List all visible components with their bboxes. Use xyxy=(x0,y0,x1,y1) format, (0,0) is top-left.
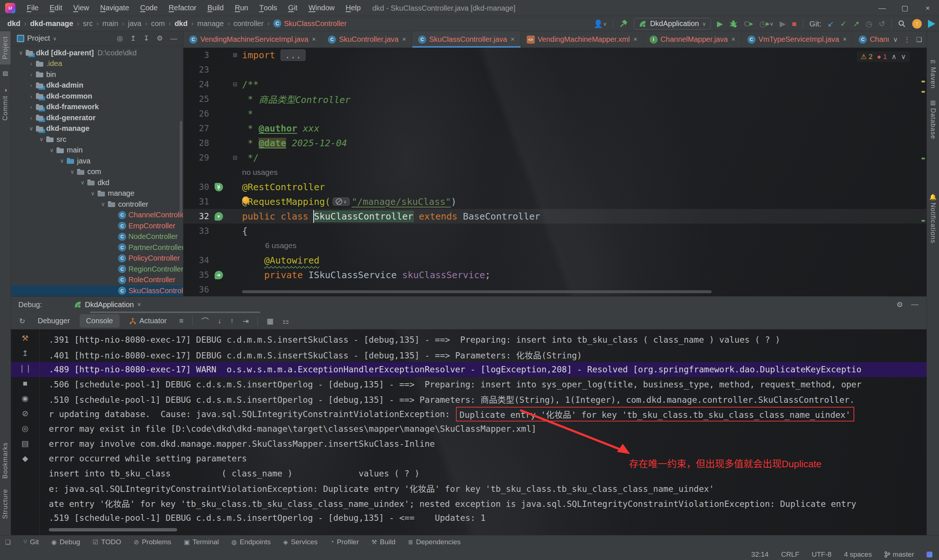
tree-chevron-icon[interactable]: ∨ xyxy=(47,147,57,154)
close-tab-icon[interactable]: × xyxy=(402,35,406,43)
console-line[interactable]: .506 [schedule-pool-1] DEBUG c.d.s.m.S.i… xyxy=(11,377,927,392)
tab-console[interactable]: Console xyxy=(80,314,120,328)
toolwindow-tab-services[interactable]: ◈Services xyxy=(283,538,318,546)
tree-item-skuclasscontroller[interactable]: CSkuClassController xyxy=(11,286,183,297)
show-execution-point-icon[interactable]: ↥ xyxy=(19,348,32,358)
rerun-icon[interactable]: ↻ xyxy=(16,317,28,325)
tree-chevron-icon[interactable]: › xyxy=(26,60,36,67)
fold-marker[interactable]: ⊞ xyxy=(228,52,242,58)
tree-item-main[interactable]: ∨main xyxy=(11,145,183,156)
spring-bean-icon[interactable]: ➜ xyxy=(214,271,223,279)
tree-item-controller[interactable]: ∨controller xyxy=(11,199,183,210)
pause-icon[interactable]: ❘❘ xyxy=(19,363,32,374)
code-line-28[interactable]: 28 * @date 2025-12-04 xyxy=(183,135,927,150)
locate-file-icon[interactable]: ◎ xyxy=(115,34,125,43)
console-line[interactable]: e: java.sql.SQLIntegrityConstraintViolat… xyxy=(11,481,927,496)
debug-session-tab[interactable]: DkdApplication × xyxy=(71,297,143,312)
menu-edit[interactable]: Edit xyxy=(44,0,68,16)
tool-stripe-bookmarks[interactable]: Bookmarks xyxy=(2,437,9,484)
status-notification-icon[interactable] xyxy=(927,552,933,557)
tree-chevron-icon[interactable]: › xyxy=(26,115,36,121)
toolwindow-tab-dependencies[interactable]: ≣Dependencies xyxy=(408,538,461,546)
split-editor-icon[interactable]: ❏ xyxy=(916,35,922,44)
editor-tab-vendingmachineserviceimpl-java[interactable]: CVendingMachineServiceImpl.java× xyxy=(183,31,322,48)
step-over-icon[interactable]: ⌒ xyxy=(199,315,212,326)
code-line-35[interactable]: 35➜ private ISkuClassService skuClassSer… xyxy=(183,268,927,282)
breadcrumb-item[interactable]: dkd xyxy=(174,19,188,28)
minimize-icon[interactable]: — xyxy=(871,0,894,16)
close-tab-icon[interactable]: × xyxy=(731,35,735,43)
tree-item-rolecontroller[interactable]: CRoleController xyxy=(11,274,183,286)
toolwindow-tab-debug[interactable]: ◉Debug xyxy=(51,538,80,546)
tree-item-dkd-common[interactable]: ›dkd-common xyxy=(11,91,183,102)
breadcrumb-item-current[interactable]: CSkuClassController xyxy=(273,19,347,28)
code-with-me-icon[interactable]: 👤∨ xyxy=(594,19,607,28)
tree-chevron-icon[interactable]: ∨ xyxy=(37,136,46,143)
tree-chevron-icon[interactable]: ∨ xyxy=(78,179,87,186)
toolwindow-tab-terminal[interactable]: ▣Terminal xyxy=(184,538,219,546)
debug-button[interactable] xyxy=(729,19,738,28)
console-line[interactable]: error may involve com.dkd.manage.mapper.… xyxy=(11,437,927,452)
tree-item-empcontroller[interactable]: CEmpController xyxy=(11,221,183,232)
ide-services-icon[interactable] xyxy=(928,20,935,28)
editor-tab-vmtypeserviceimpl-java[interactable]: CVmTypeServiceImpl.java× xyxy=(742,31,853,48)
tree-item-channelcontroller[interactable]: CChannelController xyxy=(11,210,183,221)
code-line-30[interactable]: 30≫@RestController xyxy=(183,180,927,194)
line-separator[interactable]: CRLF xyxy=(781,551,799,558)
menu-tools[interactable]: Tools xyxy=(254,0,283,16)
caret-position[interactable]: 32:14 xyxy=(751,551,769,558)
tool-stripe-notifications[interactable]: 🔔 Notifications xyxy=(929,188,937,248)
layout-menu-icon[interactable]: ≡ xyxy=(176,317,187,325)
tab-actuator[interactable]: Actuator xyxy=(122,314,173,328)
tree-item-com[interactable]: ∨com xyxy=(11,166,183,177)
breadcrumb-item[interactable]: java xyxy=(128,19,142,28)
tree-scrollbar[interactable] xyxy=(180,121,182,214)
tree-item-partnercontroller[interactable]: CPartnerController xyxy=(11,242,183,253)
tree-item-bin[interactable]: ›bin xyxy=(11,69,183,80)
stop-icon[interactable]: ■ xyxy=(19,378,32,388)
run-config-selector[interactable]: DkdApplication ∨ xyxy=(634,18,711,30)
settings-layout-icon[interactable]: ⚏ xyxy=(279,317,292,325)
hide-panel-icon[interactable]: — xyxy=(168,34,179,43)
tree-item-policycontroller[interactable]: CPolicyController xyxy=(11,253,183,264)
menu-code[interactable]: Code xyxy=(135,0,163,16)
inlay-hint-label[interactable]: 6 usages xyxy=(265,241,296,250)
console-line[interactable]: .401 [http-nio-8080-exec-17] DEBUG c.d.m… xyxy=(11,348,927,363)
gear-icon[interactable]: ⚙ xyxy=(154,34,165,43)
tree-item-dkd-dkd-parent-[interactable]: ∨dkd [dkd-parent]D:\code\dkd xyxy=(11,48,183,58)
indent-setting[interactable]: 4 spaces xyxy=(844,551,872,558)
wrench-icon[interactable]: ⚒ xyxy=(19,333,32,343)
project-panel-title[interactable]: Project xyxy=(27,34,50,43)
intention-bulb-icon[interactable] xyxy=(242,197,250,204)
menu-file[interactable]: File xyxy=(21,0,44,16)
step-out-icon[interactable]: ↑ xyxy=(227,317,237,325)
tree-item-dkd-generator[interactable]: ›dkd-generator xyxy=(11,112,183,123)
editor-hscrollbar[interactable] xyxy=(242,290,712,293)
run-button[interactable]: ▶ xyxy=(717,19,723,28)
editor-tab-skucontroller-java[interactable]: CSkuController.java× xyxy=(322,31,412,48)
tree-item-manage[interactable]: ∨manage xyxy=(11,188,183,199)
step-into-icon[interactable]: ↓ xyxy=(214,317,224,325)
pin-icon[interactable]: ◆ xyxy=(19,453,32,464)
profiler-button[interactable]: ◷▶∨ xyxy=(759,19,774,28)
editor-content[interactable]: ⚠ 2 ● 1 ∧ ∨ 3⊞import ...2324⊟/**25 * 商品类… xyxy=(183,48,927,296)
menu-refactor[interactable]: Refactor xyxy=(163,0,202,16)
tree-item-regioncontroller[interactable]: CRegionController xyxy=(11,264,183,275)
breadcrumb-item[interactable]: manage xyxy=(197,19,224,28)
menu-run[interactable]: Run xyxy=(229,0,254,16)
mute-breakpoints-icon[interactable]: ⊘ xyxy=(19,408,32,418)
tree-item-dkd-admin[interactable]: ›dkd-admin xyxy=(11,80,183,91)
build-hammer-icon[interactable] xyxy=(620,20,628,28)
close-icon[interactable]: × xyxy=(137,301,141,309)
editor-tab-skuclasscontroller-java[interactable]: CSkuClassController.java× xyxy=(412,31,521,48)
tabs-chevron-down-icon[interactable]: ∨ xyxy=(893,35,898,44)
console-line[interactable]: .510 [schedule-pool-1] DEBUG c.d.s.m.S.i… xyxy=(11,392,927,407)
thread-dump-camera-icon[interactable]: ◎ xyxy=(19,423,32,434)
menu-window[interactable]: Window xyxy=(303,0,340,16)
toolwindow-tab-profiler[interactable]: ◔Profiler xyxy=(330,538,359,546)
tree-chevron-icon[interactable]: ∨ xyxy=(26,125,36,132)
evaluate-expression-icon[interactable]: ▦ xyxy=(264,317,276,325)
console-line[interactable]: ate entry '化妆品' for key 'tb_sku_class.tb… xyxy=(11,496,927,511)
maximize-icon[interactable]: ▢ xyxy=(894,0,916,16)
tree-chevron-icon[interactable]: ∨ xyxy=(88,190,97,197)
